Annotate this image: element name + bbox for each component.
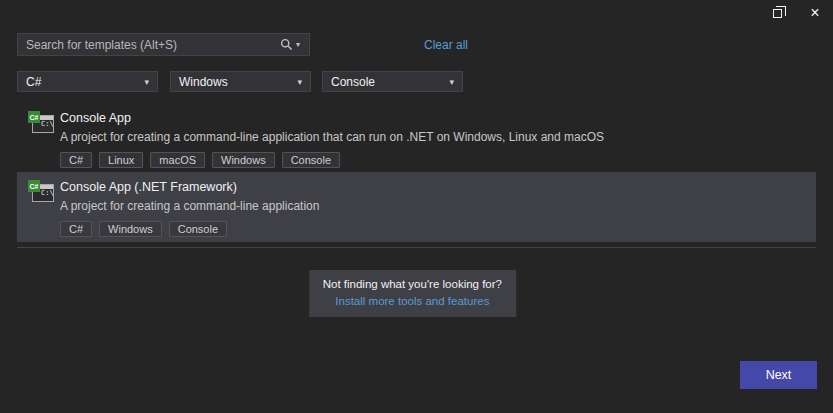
tag: C# — [60, 221, 92, 237]
close-button[interactable]: × — [803, 3, 827, 23]
chevron-down-icon: ▾ — [449, 77, 454, 87]
tag: macOS — [150, 152, 205, 168]
search-icon — [280, 38, 293, 51]
language-filter-dropdown[interactable]: C# ▾ — [17, 71, 158, 92]
tag: Linux — [99, 152, 143, 168]
tag: C# — [60, 152, 92, 168]
project-type-filter-value: Console — [331, 75, 375, 89]
tag: Windows — [212, 152, 275, 168]
search-input[interactable] — [18, 34, 271, 55]
template-row-console-app[interactable]: C:\ C# Console App A project for creatin… — [17, 103, 816, 170]
platform-filter-dropdown[interactable]: Windows ▾ — [170, 71, 311, 92]
create-project-dialog: × ▾ Clear all C# ▾ Windows ▾ Console ▾ C… — [0, 0, 833, 413]
language-filter-value: C# — [26, 75, 41, 89]
maximize-button[interactable] — [765, 3, 789, 23]
template-tags: C# Linux macOS Windows Console — [60, 152, 806, 168]
template-description: A project for creating a command-line ap… — [60, 199, 806, 213]
platform-filter-value: Windows — [179, 75, 228, 89]
project-type-filter-dropdown[interactable]: Console ▾ — [322, 71, 463, 92]
divider — [17, 247, 816, 248]
console-app-icon: C:\ C# — [30, 182, 55, 203]
template-description: A project for creating a command-line ap… — [60, 130, 806, 144]
template-row-console-app-net-framework[interactable]: C:\ C# Console App (.NET Framework) A pr… — [17, 172, 816, 242]
search-button[interactable]: ▾ — [271, 34, 309, 55]
install-tools-link[interactable]: Install more tools and features — [335, 295, 489, 307]
chevron-down-icon: ▾ — [296, 40, 300, 49]
restore-icon — [773, 9, 782, 18]
template-title: Console App — [60, 111, 806, 125]
window-controls: × — [765, 3, 827, 23]
not-finding-text: Not finding what you're looking for? — [323, 278, 502, 290]
tag: Console — [282, 152, 340, 168]
chevron-down-icon: ▾ — [144, 77, 149, 87]
clear-all-link[interactable]: Clear all — [424, 38, 468, 52]
console-app-icon: C:\ C# — [30, 113, 55, 134]
template-tags: C# Windows Console — [60, 221, 806, 237]
tag: Windows — [99, 221, 162, 237]
not-finding-box: Not finding what you're looking for? Ins… — [309, 270, 516, 317]
next-button[interactable]: Next — [740, 361, 817, 389]
search-box: ▾ — [17, 33, 310, 56]
tag: Console — [169, 221, 227, 237]
template-title: Console App (.NET Framework) — [60, 180, 806, 194]
close-icon: × — [810, 5, 819, 21]
chevron-down-icon: ▾ — [297, 77, 302, 87]
